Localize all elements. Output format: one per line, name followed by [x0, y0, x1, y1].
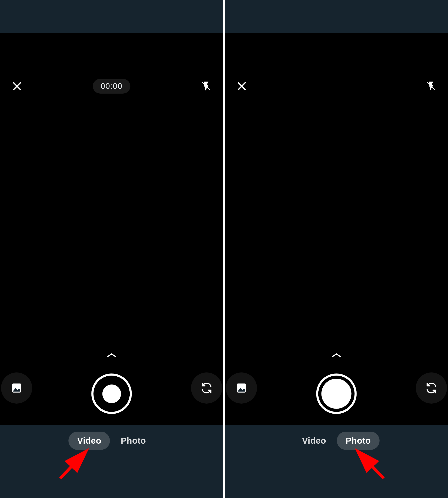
mode-selector: Video Photo — [225, 425, 448, 498]
switch-camera-icon — [425, 382, 438, 395]
shutter-button[interactable] — [316, 373, 356, 414]
flash-off-icon — [426, 81, 436, 92]
status-bar — [0, 0, 223, 33]
mode-tab-video[interactable]: Video — [293, 432, 335, 450]
mode-tab-video[interactable]: Video — [68, 432, 110, 450]
recording-timer: 00:00 — [93, 79, 130, 94]
expand-options-button[interactable] — [106, 352, 117, 359]
flash-toggle-button[interactable] — [424, 80, 438, 93]
gallery-icon — [235, 382, 247, 394]
shutter-indicator — [102, 384, 121, 403]
status-bar — [225, 0, 448, 33]
chevron-up-icon — [106, 352, 117, 358]
switch-camera-button[interactable] — [191, 372, 222, 404]
mode-selector: Video Photo — [0, 425, 223, 498]
flash-off-icon — [201, 81, 211, 92]
gallery-button[interactable] — [1, 372, 32, 404]
close-button[interactable] — [10, 80, 24, 93]
camera-pane-video: 00:00 Video Photo — [0, 0, 223, 498]
gallery-button[interactable] — [226, 372, 257, 404]
camera-pane-photo: Video Photo — [225, 0, 448, 498]
mode-tab-photo[interactable]: Photo — [112, 432, 155, 450]
pane-divider — [223, 0, 225, 498]
mode-tab-photo[interactable]: Photo — [337, 432, 379, 450]
expand-options-button[interactable] — [331, 352, 342, 359]
close-button[interactable] — [235, 80, 248, 93]
camera-viewfinder[interactable]: 00:00 — [0, 33, 223, 425]
close-icon — [237, 81, 247, 91]
gallery-icon — [11, 382, 23, 394]
switch-camera-icon — [200, 382, 213, 395]
flash-toggle-button[interactable] — [200, 80, 213, 93]
switch-camera-button[interactable] — [416, 372, 447, 404]
shutter-button[interactable] — [92, 373, 132, 414]
chevron-up-icon — [331, 352, 342, 358]
camera-viewfinder[interactable] — [225, 33, 448, 425]
shutter-indicator — [321, 379, 351, 409]
close-icon — [12, 81, 22, 91]
